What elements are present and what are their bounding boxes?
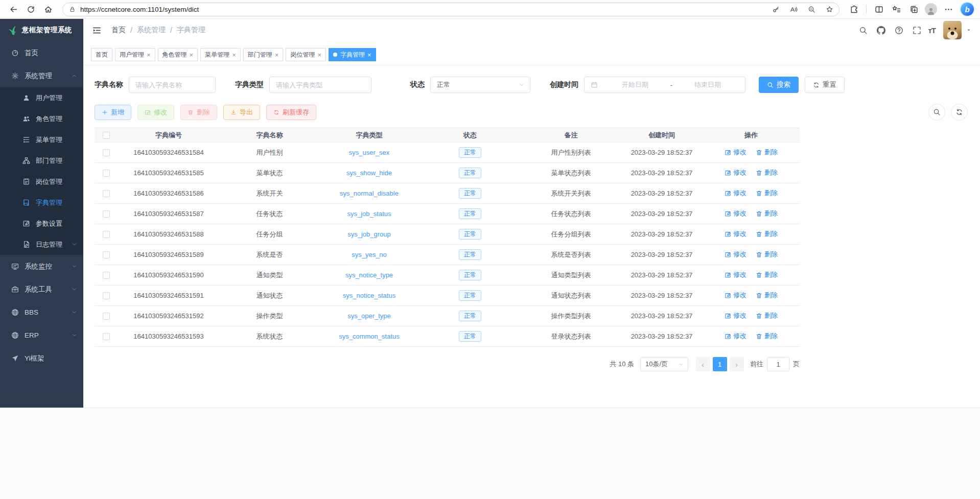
tab-dict-mgmt[interactable]: 字典管理× xyxy=(329,48,376,61)
row-edit-link[interactable]: 修改 xyxy=(725,188,746,198)
dict-type-link[interactable]: sys_normal_disable xyxy=(340,189,399,197)
prev-page-button[interactable]: ‹ xyxy=(696,357,710,371)
question-icon[interactable] xyxy=(892,23,905,37)
collections-icon[interactable] xyxy=(906,2,921,16)
row-checkbox[interactable] xyxy=(103,292,110,299)
row-edit-link[interactable]: 修改 xyxy=(725,250,746,259)
sidebar-item-system-monitor[interactable]: 系统监控 xyxy=(0,255,83,278)
toggle-search-icon[interactable] xyxy=(928,104,945,121)
row-checkbox[interactable] xyxy=(103,210,110,218)
extensions-icon[interactable] xyxy=(847,2,861,16)
row-checkbox[interactable] xyxy=(103,333,110,340)
row-edit-link[interactable]: 修改 xyxy=(725,229,746,239)
sidebar-item-user-mgmt[interactable]: 用户管理 xyxy=(0,87,83,108)
zoom-out-icon[interactable] xyxy=(805,3,818,16)
row-delete-link[interactable]: 删除 xyxy=(756,168,778,177)
dict-type-link[interactable]: sys_job_status xyxy=(347,210,391,218)
row-checkbox[interactable] xyxy=(103,231,110,238)
close-tab-icon[interactable]: × xyxy=(190,52,194,58)
close-tab-icon[interactable]: × xyxy=(367,52,371,58)
avatar-caret-icon[interactable] xyxy=(966,28,971,33)
dict-type-link[interactable]: sys_notice_type xyxy=(345,271,393,279)
sidebar-item-post-mgmt[interactable]: 岗位管理 xyxy=(0,171,83,192)
close-tab-icon[interactable]: × xyxy=(232,52,236,58)
sidebar-item-erp[interactable]: ERP xyxy=(0,324,83,347)
dict-name-input[interactable] xyxy=(129,77,216,93)
row-checkbox[interactable] xyxy=(103,190,110,197)
dict-type-link[interactable]: sys_user_sex xyxy=(349,149,389,156)
sidebar-item-system-mgmt[interactable]: 系统管理 xyxy=(0,64,83,87)
dict-type-input[interactable] xyxy=(269,77,371,93)
close-tab-icon[interactable]: × xyxy=(275,52,279,58)
app-logo[interactable]: 意框架管理系统 xyxy=(0,19,83,41)
row-delete-link[interactable]: 删除 xyxy=(756,229,778,239)
url-input[interactable] xyxy=(80,6,764,13)
goto-page-input[interactable] xyxy=(767,357,789,371)
sidebar-item-menu-mgmt[interactable]: 菜单管理 xyxy=(0,129,83,150)
sidebar-item-dict-mgmt[interactable]: 字典管理 xyxy=(0,192,83,213)
sidebar-item-yi-framework[interactable]: Yi框架 xyxy=(0,347,83,370)
font-size-icon[interactable]: тT xyxy=(928,26,936,35)
select-all-checkbox[interactable] xyxy=(103,132,110,139)
profile-icon[interactable] xyxy=(924,2,938,16)
reset-button[interactable]: 重置 xyxy=(805,77,845,93)
back-icon[interactable] xyxy=(6,2,20,16)
page-size-select[interactable]: 10条/页 xyxy=(640,357,688,371)
refresh-cache-button[interactable]: 刷新缓存 xyxy=(266,105,316,120)
dict-type-link[interactable]: sys_yes_no xyxy=(352,251,387,258)
row-delete-link[interactable]: 删除 xyxy=(756,311,778,320)
current-page-button[interactable]: 1 xyxy=(713,357,727,371)
sidebar-item-dept-mgmt[interactable]: 部门管理 xyxy=(0,150,83,171)
row-delete-link[interactable]: 删除 xyxy=(756,148,778,157)
row-edit-link[interactable]: 修改 xyxy=(725,311,746,320)
split-screen-icon[interactable] xyxy=(872,2,886,16)
tab-role-mgmt[interactable]: 角色管理× xyxy=(158,48,198,61)
row-edit-link[interactable]: 修改 xyxy=(725,209,746,218)
tab-post-mgmt[interactable]: 岗位管理× xyxy=(286,48,326,61)
tab-menu-mgmt[interactable]: 菜单管理× xyxy=(200,48,241,61)
status-select[interactable]: 正常 xyxy=(430,77,530,93)
add-button[interactable]: 新增 xyxy=(95,105,131,120)
row-checkbox[interactable] xyxy=(103,272,110,279)
collapse-sidebar-icon[interactable] xyxy=(92,26,102,35)
close-tab-icon[interactable]: × xyxy=(147,52,151,58)
row-checkbox[interactable] xyxy=(103,251,110,258)
tab-dept-mgmt[interactable]: 部门管理× xyxy=(243,48,284,61)
refresh-table-icon[interactable] xyxy=(951,104,968,121)
sidebar-item-system-tools[interactable]: 系统工具 xyxy=(0,278,83,301)
row-delete-link[interactable]: 删除 xyxy=(756,250,778,259)
favorites-icon[interactable] xyxy=(889,2,903,16)
row-checkbox[interactable] xyxy=(103,170,110,177)
dict-type-link[interactable]: sys_common_status xyxy=(339,332,400,340)
sidebar-item-param-settings[interactable]: 参数设置 xyxy=(0,213,83,234)
row-delete-link[interactable]: 删除 xyxy=(756,209,778,218)
github-icon[interactable] xyxy=(874,23,888,37)
next-page-button[interactable]: › xyxy=(730,357,744,371)
sidebar-item-role-mgmt[interactable]: 角色管理 xyxy=(0,108,83,129)
row-edit-link[interactable]: 修改 xyxy=(725,168,746,177)
row-delete-link[interactable]: 删除 xyxy=(756,331,778,341)
tab-home[interactable]: 首页 xyxy=(91,48,112,61)
more-menu-icon[interactable] xyxy=(941,2,955,16)
sidebar-item-home[interactable]: 首页 xyxy=(0,41,83,64)
dict-type-link[interactable]: sys_show_hide xyxy=(346,169,392,177)
sidebar-item-log-mgmt[interactable]: 日志管理 xyxy=(0,234,83,255)
row-delete-link[interactable]: 删除 xyxy=(756,270,778,279)
row-edit-link[interactable]: 修改 xyxy=(725,270,746,279)
close-tab-icon[interactable]: × xyxy=(317,52,321,58)
bing-copilot-icon[interactable]: b xyxy=(961,3,974,16)
delete-button[interactable]: 删除 xyxy=(180,105,217,120)
row-delete-link[interactable]: 删除 xyxy=(756,188,778,198)
user-avatar[interactable] xyxy=(943,21,962,39)
fullscreen-icon[interactable] xyxy=(910,23,923,37)
row-edit-link[interactable]: 修改 xyxy=(725,331,746,341)
sidebar-item-bbs[interactable]: BBS xyxy=(0,301,83,324)
row-edit-link[interactable]: 修改 xyxy=(725,148,746,157)
password-key-icon[interactable] xyxy=(769,3,782,16)
row-edit-link[interactable]: 修改 xyxy=(725,291,746,300)
date-range-picker[interactable]: 开始日期 - 结束日期 xyxy=(584,77,745,93)
edit-button[interactable]: 修改 xyxy=(137,105,174,120)
home-icon[interactable] xyxy=(41,2,55,16)
add-favorite-icon[interactable] xyxy=(823,3,836,16)
search-icon[interactable] xyxy=(856,23,870,37)
